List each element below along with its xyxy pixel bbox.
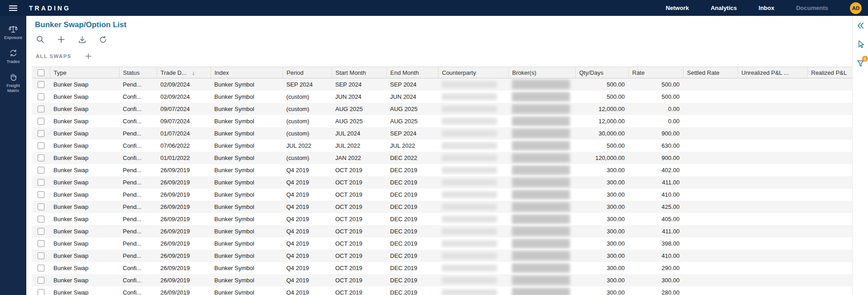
cell-start-month: OCT 2019 (332, 176, 386, 189)
row-checkbox[interactable] (38, 240, 44, 247)
table-row[interactable]: Bunker Swap Confi... 02/09/2024 Bunker S… (32, 91, 852, 103)
cell-settled-rate (683, 176, 738, 189)
table-header-row: Type Status Trade D...↓ Index Period Sta… (32, 67, 852, 78)
table-row[interactable]: Bunker Swap Pend... 02/09/2024 Bunker Sy… (32, 78, 852, 91)
cell-unrealized-pl (738, 286, 807, 295)
column-header-type[interactable]: Type (50, 67, 119, 78)
cell-start-month: OCT 2019 (332, 164, 386, 176)
sidebar-item-exposure[interactable]: Exposure (0, 20, 26, 44)
nav-item-network[interactable]: Network (665, 5, 689, 11)
row-checkbox[interactable] (38, 252, 44, 259)
table-row[interactable]: Bunker Swap Pend... 01/07/2024 Bunker Sy… (32, 127, 852, 140)
cell-index: Bunker Symbol (211, 103, 283, 115)
add-icon[interactable] (56, 34, 66, 44)
sidebar-item-freight-matrix[interactable]: Freight Matrix (0, 68, 26, 97)
row-checkbox-cell (32, 115, 50, 127)
cell-type: Bunker Swap (50, 201, 119, 213)
hamburger-menu-icon[interactable] (0, 0, 26, 16)
cell-unrealized-pl (738, 152, 807, 164)
column-header-counterparty[interactable]: Counterparty (438, 67, 508, 78)
table-row[interactable]: Bunker Swap Pend... 26/09/2019 Bunker Sy… (32, 237, 852, 250)
row-checkbox[interactable] (38, 167, 44, 174)
cell-start-month: JUN 2024 (332, 91, 386, 103)
table-row[interactable]: Bunker Swap Confi... 07/06/2022 Bunker S… (32, 140, 852, 152)
sidebar-item-trades[interactable]: Trades (0, 44, 26, 68)
row-checkbox[interactable] (38, 216, 44, 222)
row-checkbox[interactable] (38, 93, 44, 100)
row-checkbox[interactable] (38, 81, 44, 88)
row-checkbox[interactable] (38, 179, 44, 186)
column-header-settled-rate[interactable]: Settled Rate (683, 67, 738, 78)
table-row[interactable]: Bunker Swap Pend... 26/09/2019 Bunker Sy… (32, 225, 852, 237)
row-checkbox[interactable] (38, 265, 44, 271)
table-row[interactable]: Bunker Swap Confi... 26/09/2019 Bunker S… (32, 262, 852, 274)
tab-all-swaps[interactable]: ALL SWAPS (36, 53, 72, 59)
column-header-trade-date[interactable]: Trade D...↓ (157, 67, 211, 78)
nav-item-inbox[interactable]: Inbox (759, 5, 775, 11)
column-header-rate[interactable]: Rate (628, 67, 683, 78)
column-header-realized-pl[interactable]: Realized P&L (807, 67, 852, 78)
redacted-counterparty (442, 228, 497, 235)
row-checkbox[interactable] (38, 191, 44, 198)
column-header-unrealized-pl[interactable]: Unrealized P&L ... (738, 67, 807, 78)
select-all-cell (32, 67, 50, 78)
row-checkbox[interactable] (38, 106, 44, 112)
column-header-start-month[interactable]: Start Month (332, 67, 386, 78)
table-row[interactable]: Bunker Swap Pend... 26/09/2019 Bunker Sy… (32, 164, 852, 176)
export-icon[interactable] (77, 34, 87, 44)
cell-counterparty (438, 152, 508, 164)
cell-realized-pl (807, 78, 852, 91)
cell-start-month: OCT 2019 (332, 225, 386, 237)
reset-icon[interactable] (98, 34, 108, 44)
row-checkbox[interactable] (38, 130, 44, 137)
table-row[interactable]: Bunker Swap Confi... 01/01/2022 Bunker S… (32, 152, 852, 164)
cell-counterparty (438, 286, 508, 295)
table-row[interactable]: Bunker Swap Pend... 26/09/2019 Bunker Sy… (32, 213, 852, 225)
table-row[interactable]: Bunker Swap Confi... 09/07/2024 Bunker S… (32, 115, 852, 127)
table-row[interactable]: Bunker Swap Pend... 26/09/2019 Bunker Sy… (32, 176, 852, 189)
cell-trade-date: 26/09/2019 (157, 201, 211, 213)
nav-item-analytics[interactable]: Analytics (711, 5, 737, 11)
cell-qty-days: 500.00 (575, 140, 628, 152)
table-row[interactable]: Bunker Swap Confi... 26/09/2019 Bunker S… (32, 274, 852, 286)
cell-realized-pl (807, 103, 852, 115)
row-checkbox[interactable] (38, 142, 44, 149)
nav-item-documents[interactable]: Documents (796, 5, 828, 11)
row-checkbox[interactable] (38, 155, 44, 161)
cell-start-month: JAN 2022 (332, 152, 386, 164)
table-row[interactable]: Bunker Swap Pend... 26/09/2019 Bunker Sy… (32, 201, 852, 213)
select-all-checkbox[interactable] (38, 69, 44, 76)
user-avatar[interactable]: AD (850, 2, 862, 14)
column-header-status[interactable]: Status (119, 67, 157, 78)
cell-unrealized-pl (738, 213, 807, 225)
cell-status: Pend... (119, 176, 157, 189)
row-checkbox[interactable] (38, 289, 44, 295)
cell-type: Bunker Swap (50, 78, 119, 91)
column-header-period[interactable]: Period (283, 67, 332, 78)
top-navbar: TRADING Network Analytics Inbox Document… (0, 0, 868, 16)
pointer-select-icon[interactable] (855, 39, 865, 49)
collapse-panel-icon[interactable] (855, 20, 865, 30)
filter-icon[interactable]: 2 (855, 58, 865, 68)
column-header-brokers[interactable]: Broker(s) (508, 67, 575, 78)
column-header-qty-days[interactable]: Qty/Days (575, 67, 628, 78)
cell-rate: 300.00 (628, 274, 683, 286)
cell-start-month: JUL 2022 (332, 140, 386, 152)
table-row[interactable]: Bunker Swap Confi... 26/09/2019 Bunker S… (32, 286, 852, 295)
column-header-index[interactable]: Index (211, 67, 283, 78)
table-row[interactable]: Bunker Swap Confi... 09/07/2024 Bunker S… (32, 103, 852, 115)
row-checkbox[interactable] (38, 118, 44, 125)
row-checkbox[interactable] (38, 228, 44, 235)
cell-index: Bunker Symbol (211, 201, 283, 213)
cell-realized-pl (807, 176, 852, 189)
search-icon[interactable] (35, 34, 45, 44)
table-row[interactable]: Bunker Swap Pend... 26/09/2019 Bunker Sy… (32, 189, 852, 201)
cell-start-month: OCT 2019 (332, 250, 386, 262)
row-checkbox[interactable] (38, 203, 44, 210)
cell-rate: 500.00 (628, 78, 683, 91)
column-header-end-month[interactable]: End Month (386, 67, 438, 78)
cell-realized-pl (807, 274, 852, 286)
row-checkbox[interactable] (38, 277, 44, 284)
table-row[interactable]: Bunker Swap Pend... 26/09/2019 Bunker Sy… (32, 250, 852, 262)
add-view-icon[interactable] (84, 52, 92, 60)
